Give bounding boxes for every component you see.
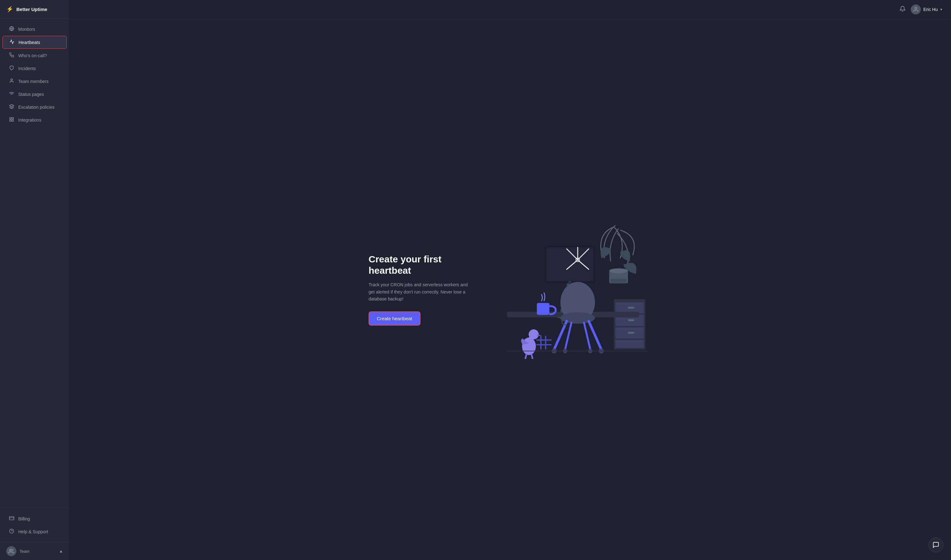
sidebar-nav: Monitors Heartbeats Who's on-call?: [0, 18, 69, 508]
page-title: Create your first heartbeat: [368, 254, 469, 276]
team-name: Team: [20, 549, 56, 554]
user-menu[interactable]: Eric Hu ▾: [911, 5, 942, 14]
user-icon: [9, 78, 14, 84]
user-name: Eric Hu: [923, 7, 938, 12]
shield-icon: [9, 65, 14, 71]
desk-scene-svg: [488, 221, 652, 359]
svg-line-51: [524, 354, 526, 359]
hero-section: Create your first heartbeat Track your C…: [368, 221, 652, 359]
sidebar-item-status-pages[interactable]: Status pages: [3, 88, 67, 100]
sidebar-item-oncall[interactable]: Who's on-call?: [3, 49, 67, 62]
svg-rect-24: [628, 319, 634, 321]
sidebar-item-escalation[interactable]: Escalation policies: [3, 101, 67, 113]
svg-rect-48: [537, 303, 549, 315]
notification-bell-icon[interactable]: [899, 6, 906, 14]
header: Eric Hu ▾: [69, 0, 951, 19]
svg-rect-8: [10, 120, 11, 121]
hero-illustration: [488, 221, 652, 359]
sidebar-item-incidents[interactable]: Incidents: [3, 62, 67, 74]
main-content: Eric Hu ▾ Create your first heartbeat Tr…: [69, 0, 951, 560]
svg-line-41: [589, 321, 601, 349]
chat-widget-button[interactable]: [928, 537, 943, 552]
svg-point-37: [568, 281, 572, 284]
sidebar-item-team-members-label: Team members: [18, 79, 48, 84]
sidebar-item-monitors-label: Monitors: [18, 27, 35, 32]
sidebar-item-help-label: Help & Support: [18, 529, 48, 534]
svg-marker-4: [9, 104, 14, 106]
svg-rect-7: [12, 120, 14, 121]
layers-icon: [9, 104, 14, 110]
avatar: [911, 5, 921, 14]
svg-rect-17: [611, 279, 626, 283]
sidebar-item-billing-label: Billing: [18, 516, 30, 522]
heartbeat-icon: [9, 39, 15, 45]
sidebar-item-integrations-label: Integrations: [18, 117, 41, 123]
sidebar-bottom: Billing Help & Support: [0, 508, 69, 542]
svg-line-40: [554, 321, 567, 349]
svg-line-52: [532, 354, 534, 359]
svg-point-14: [915, 7, 917, 9]
sidebar-item-billing[interactable]: Billing: [3, 512, 67, 525]
sidebar-item-oncall-label: Who's on-call?: [18, 53, 47, 58]
logo-icon: ⚡: [6, 6, 13, 12]
phone-icon: [9, 52, 14, 58]
svg-rect-5: [10, 117, 11, 119]
svg-point-13: [10, 549, 12, 551]
sidebar-item-escalation-label: Escalation policies: [18, 105, 54, 110]
sidebar-item-status-pages-label: Status pages: [18, 92, 44, 97]
svg-point-16: [609, 268, 628, 274]
svg-rect-23: [628, 307, 634, 309]
team-chevron-icon: ▲: [59, 549, 63, 554]
globe-icon: [9, 26, 14, 32]
sidebar-item-help[interactable]: Help & Support: [3, 525, 67, 538]
sidebar-item-heartbeats-label: Heartbeats: [18, 40, 40, 45]
svg-line-42: [565, 323, 572, 349]
card-icon: [9, 516, 14, 522]
team-avatar: [6, 546, 16, 556]
hero-description: Track your CRON jobs and serverless work…: [368, 281, 469, 302]
svg-point-2: [11, 79, 12, 80]
sidebar-item-heartbeats[interactable]: Heartbeats: [3, 36, 67, 49]
sidebar-item-team-members[interactable]: Team members: [3, 75, 67, 88]
svg-rect-25: [628, 332, 634, 334]
sidebar: ⚡ Better Uptime Monitors Heartbeats: [0, 0, 69, 560]
wifi-icon: [9, 91, 14, 97]
svg-rect-22: [615, 340, 644, 348]
hero-text: Create your first heartbeat Track your C…: [368, 254, 469, 325]
app-name: Better Uptime: [16, 6, 47, 12]
sidebar-item-monitors[interactable]: Monitors: [3, 23, 67, 35]
sidebar-item-incidents-label: Incidents: [18, 66, 36, 71]
logo: ⚡ Better Uptime: [0, 0, 69, 18]
page-content: Create your first heartbeat Track your C…: [69, 19, 951, 560]
svg-rect-9: [9, 517, 14, 520]
sidebar-item-integrations[interactable]: Integrations: [3, 114, 67, 126]
user-chevron-icon: ▾: [940, 7, 942, 12]
grid-icon: [9, 117, 14, 123]
create-heartbeat-button[interactable]: Create heartbeat: [368, 311, 421, 326]
team-section[interactable]: Team ▲: [0, 542, 69, 560]
help-icon: [9, 529, 14, 535]
svg-rect-6: [12, 117, 14, 119]
svg-line-43: [584, 323, 590, 349]
